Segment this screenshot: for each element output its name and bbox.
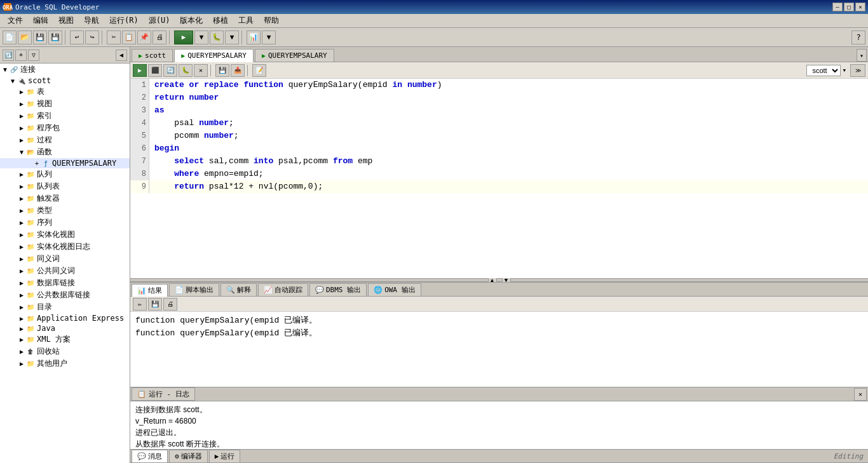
tree-item-tables[interactable]: ▶ 📁 表 (0, 86, 130, 98)
toggle-mat-views[interactable]: ▶ (18, 231, 25, 238)
format-button[interactable]: 📝 (252, 64, 266, 77)
refresh-tree-button[interactable]: 🔃 (3, 50, 14, 61)
save-all-button[interactable]: 💾 (48, 30, 62, 44)
tree-item-public-db-links[interactable]: ▶ 📁 公共数据库链接 (0, 289, 130, 301)
tree-item-recycle-bin[interactable]: ▶ 🗑 回收站 (0, 346, 130, 358)
tree-item-indexes[interactable]: ▶ 📁 索引 (0, 110, 130, 122)
maximize-button[interactable]: □ (844, 3, 854, 11)
line-content-7[interactable]: select sal,comm into psal,pcomm from emp (149, 155, 372, 168)
connection-selector[interactable]: scott (806, 65, 841, 76)
close-button[interactable]: ✕ (855, 3, 865, 11)
debug-dropdown[interactable]: ▼ (225, 30, 239, 44)
toggle-queues[interactable]: ▶ (18, 171, 25, 178)
output-tab-owa[interactable]: 🌐 OWA 输出 (368, 283, 421, 296)
output-tab-dbms[interactable]: 💬 DBMS 输出 (309, 283, 367, 296)
save-button[interactable]: 💾 (33, 30, 47, 44)
menu-help[interactable]: 帮助 (259, 14, 284, 27)
toggle-procedures[interactable]: ▶ (18, 137, 25, 144)
output-tab-autotrace[interactable]: 📈 自动跟踪 (258, 283, 308, 296)
toggle-queue-tables[interactable]: ▶ (18, 183, 25, 190)
menu-view[interactable]: 视图 (53, 14, 79, 27)
toggle-synonyms[interactable]: ▶ (18, 255, 25, 262)
toggle-other-users[interactable]: ▶ (18, 360, 25, 367)
run-tab-run[interactable]: ▶ 运行 (209, 450, 241, 463)
toggle-tables[interactable]: ▶ (18, 88, 25, 95)
collapse-panel-button[interactable]: ◀ (116, 50, 127, 61)
toggle-app-express[interactable]: ▶ (18, 315, 25, 322)
tree-item-db-links[interactable]: ▶ 📁 数据库链接 (0, 277, 130, 289)
toggle-mat-view-logs[interactable]: ▶ (18, 243, 25, 250)
line-content-9[interactable]: return psal*12 + nvl(pcomm,0); (149, 180, 323, 193)
menu-source[interactable]: 源(U) (144, 14, 175, 27)
tree-item-views[interactable]: ▶ 📁 视图 (0, 98, 130, 110)
extra-button[interactable]: 📊 (247, 30, 261, 44)
extra-dropdown[interactable]: ▼ (262, 30, 276, 44)
output-save-button[interactable]: 💾 (148, 298, 162, 311)
tree-root-connections[interactable]: ▼ 🔗 连接 (0, 64, 130, 76)
tree-item-scott[interactable]: ▼ 🔌 scott (0, 76, 130, 86)
filter-button[interactable]: ▽ (28, 50, 39, 61)
add-connection-button[interactable]: + (15, 50, 27, 61)
menu-file[interactable]: 文件 (3, 14, 28, 27)
tab-scott[interactable]: ▶ scott (132, 49, 173, 62)
tree-item-functions[interactable]: ▼ 📂 函数 (0, 146, 130, 158)
line-content-6[interactable]: begin (149, 142, 179, 155)
menu-run[interactable]: 运行(R) (104, 14, 144, 27)
line-content-4[interactable]: psal number; (149, 117, 234, 130)
new-button[interactable]: 📄 (3, 30, 17, 44)
compile-button[interactable]: 🔄 (163, 64, 177, 77)
tree-item-mat-view-logs[interactable]: ▶ 📁 实体化视图日志 (0, 241, 130, 253)
output-edit-button[interactable]: ✏ (133, 298, 147, 311)
output-tab-results[interactable]: 📊 结果 (132, 284, 168, 297)
tree-item-public-synonyms[interactable]: ▶ 📁 公共同义词 (0, 265, 130, 277)
minimize-button[interactable]: — (832, 3, 843, 11)
toggle-triggers[interactable]: ▶ (18, 195, 25, 202)
line-content-3[interactable]: as (149, 104, 165, 117)
window-controls[interactable]: — □ ✕ (832, 3, 865, 11)
tree-item-types[interactable]: ▶ 📁 类型 (0, 205, 130, 217)
tree-item-queues[interactable]: ▶ 📁 队列 (0, 168, 130, 180)
run-dropdown[interactable]: ▼ (194, 30, 208, 44)
toggle-functions[interactable]: ▼ (18, 149, 25, 156)
tab-queryempsalary-1[interactable]: ▶ QUERYEMPSALARY (174, 49, 254, 62)
tree-item-synonyms[interactable]: ▶ 📁 同义词 (0, 253, 130, 265)
print-button[interactable]: 🖨 (153, 30, 166, 44)
copy-button[interactable]: 📋 (122, 30, 136, 44)
toggle-indexes[interactable]: ▶ (18, 112, 25, 119)
line-content-8[interactable]: where empno=empid; (149, 168, 264, 180)
menu-migration[interactable]: 移植 (208, 14, 233, 27)
paste-button[interactable]: 📌 (137, 30, 151, 44)
run-tab-messages[interactable]: 💬 消息 (132, 450, 168, 463)
menu-tools[interactable]: 工具 (233, 14, 259, 27)
run-button[interactable]: ▶ (174, 30, 193, 44)
menu-versioning[interactable]: 版本化 (175, 14, 208, 27)
open-button[interactable]: 📂 (18, 30, 32, 44)
menu-edit[interactable]: 编辑 (28, 14, 53, 27)
undo-button[interactable]: ↩ (70, 30, 84, 44)
toggle-packages[interactable]: ▶ (18, 124, 25, 131)
stop-button[interactable]: ⬛ (148, 64, 162, 77)
run-stmt-button[interactable]: ▶ (133, 64, 147, 77)
toggle-sequences[interactable]: ▶ (18, 219, 25, 226)
save-file-button[interactable]: 💾 (215, 64, 229, 77)
tree-item-packages[interactable]: ▶ 📁 程序包 (0, 122, 130, 134)
connection-tree[interactable]: ▼ 🔗 连接 ▼ 🔌 scott ▶ 📁 表 ▶ 📁 视图 (0, 64, 130, 463)
toggle-views[interactable]: ▶ (18, 100, 25, 107)
cancel-changes-button[interactable]: ✕ (194, 64, 208, 77)
menu-navigate[interactable]: 导航 (79, 14, 104, 27)
toggle-xml-schema[interactable]: ▶ (18, 336, 25, 343)
redo-button[interactable]: ↪ (85, 30, 99, 44)
toggle-public-synonyms[interactable]: ▶ (18, 267, 25, 274)
tree-item-queue-tables[interactable]: ▶ 📁 队列表 (0, 180, 130, 192)
help-icon[interactable]: ? (851, 30, 865, 44)
tree-item-mat-views[interactable]: ▶ 📁 实体化视图 (0, 229, 130, 241)
tree-item-other-users[interactable]: ▶ 📁 其他用户 (0, 358, 130, 370)
run-tab-compiler[interactable]: ⚙ 编译器 (169, 450, 208, 463)
output-content[interactable]: function queryEmpSalary(empid 已编译。 funct… (130, 312, 868, 387)
refresh-button[interactable]: 📥 (231, 64, 245, 77)
expand-right-button[interactable]: ≫ (850, 64, 865, 77)
tree-item-app-express[interactable]: ▶ 📁 Application Express (0, 313, 130, 323)
tree-item-sequences[interactable]: ▶ 📁 序列 (0, 217, 130, 229)
toggle-directories[interactable]: ▶ (18, 304, 25, 311)
tree-item-queryempsalary[interactable]: + ƒ QUERYEMPSALARY (0, 158, 130, 168)
